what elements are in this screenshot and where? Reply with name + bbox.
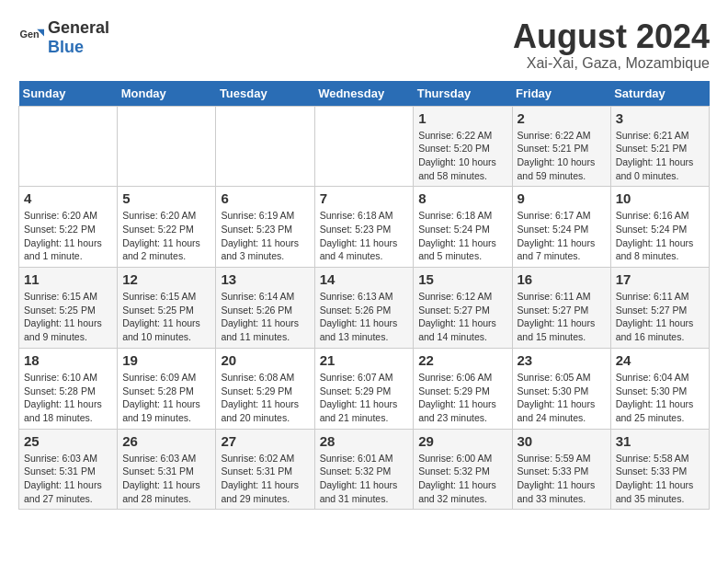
day-info: Sunrise: 6:04 AM Sunset: 5:30 PM Dayligh… [616, 371, 704, 425]
day-number: 9 [518, 190, 606, 206]
day-number: 25 [24, 433, 112, 449]
calendar-cell: 12Sunrise: 6:15 AM Sunset: 5:25 PM Dayli… [118, 268, 216, 349]
svg-text:Gen: Gen [20, 29, 40, 40]
calendar-cell: 18Sunrise: 6:10 AM Sunset: 5:28 PM Dayli… [19, 348, 118, 429]
day-info: Sunrise: 6:02 AM Sunset: 5:31 PM Dayligh… [221, 452, 309, 506]
calendar-cell: 14Sunrise: 6:13 AM Sunset: 5:26 PM Dayli… [314, 268, 414, 349]
day-info: Sunrise: 6:08 AM Sunset: 5:29 PM Dayligh… [221, 371, 309, 425]
page-header: Gen General Blue August 2024 Xai-Xai, Ga… [18, 18, 710, 72]
calendar-cell: 30Sunrise: 5:59 AM Sunset: 5:33 PM Dayli… [512, 429, 610, 510]
day-info: Sunrise: 6:20 AM Sunset: 5:22 PM Dayligh… [122, 209, 210, 263]
day-number: 26 [122, 433, 210, 449]
day-number: 1 [418, 110, 506, 126]
logo: Gen General Blue [18, 18, 109, 57]
calendar-cell: 5Sunrise: 6:20 AM Sunset: 5:22 PM Daylig… [118, 187, 216, 268]
weekday-header-sunday: Sunday [19, 81, 118, 107]
calendar-cell: 4Sunrise: 6:20 AM Sunset: 5:22 PM Daylig… [19, 187, 118, 268]
day-number: 27 [221, 433, 309, 449]
weekday-header-wednesday: Wednesday [314, 81, 414, 107]
calendar-cell: 27Sunrise: 6:02 AM Sunset: 5:31 PM Dayli… [216, 429, 314, 510]
calendar-table: SundayMondayTuesdayWednesdayThursdayFrid… [18, 81, 710, 511]
title-block: August 2024 Xai-Xai, Gaza, Mozambique [513, 18, 710, 72]
calendar-cell: 21Sunrise: 6:07 AM Sunset: 5:29 PM Dayli… [314, 348, 414, 429]
calendar-cell: 3Sunrise: 6:21 AM Sunset: 5:21 PM Daylig… [610, 106, 709, 187]
day-number: 17 [616, 271, 704, 287]
day-number: 15 [418, 271, 506, 287]
day-number: 30 [518, 433, 606, 449]
weekday-header-friday: Friday [512, 81, 610, 107]
day-info: Sunrise: 6:18 AM Sunset: 5:23 PM Dayligh… [320, 209, 409, 263]
day-number: 19 [122, 352, 210, 368]
day-number: 11 [24, 271, 112, 287]
day-info: Sunrise: 6:11 AM Sunset: 5:27 PM Dayligh… [616, 290, 704, 344]
day-info: Sunrise: 6:12 AM Sunset: 5:27 PM Dayligh… [418, 290, 506, 344]
day-number: 5 [122, 190, 210, 206]
calendar-cell: 29Sunrise: 6:00 AM Sunset: 5:32 PM Dayli… [414, 429, 512, 510]
day-info: Sunrise: 6:10 AM Sunset: 5:28 PM Dayligh… [24, 371, 112, 425]
calendar-cell: 7Sunrise: 6:18 AM Sunset: 5:23 PM Daylig… [314, 187, 414, 268]
calendar-week-row: 25Sunrise: 6:03 AM Sunset: 5:31 PM Dayli… [19, 429, 710, 510]
calendar-week-row: 11Sunrise: 6:15 AM Sunset: 5:25 PM Dayli… [19, 268, 710, 349]
day-info: Sunrise: 6:03 AM Sunset: 5:31 PM Dayligh… [122, 452, 210, 506]
calendar-cell: 11Sunrise: 6:15 AM Sunset: 5:25 PM Dayli… [19, 268, 118, 349]
calendar-cell: 19Sunrise: 6:09 AM Sunset: 5:28 PM Dayli… [118, 348, 216, 429]
weekday-header-monday: Monday [118, 81, 216, 107]
calendar-cell: 28Sunrise: 6:01 AM Sunset: 5:32 PM Dayli… [314, 429, 414, 510]
day-number: 10 [616, 190, 704, 206]
calendar-week-row: 18Sunrise: 6:10 AM Sunset: 5:28 PM Dayli… [19, 348, 710, 429]
day-number: 8 [418, 190, 506, 206]
calendar-cell: 24Sunrise: 6:04 AM Sunset: 5:30 PM Dayli… [610, 348, 709, 429]
day-info: Sunrise: 6:11 AM Sunset: 5:27 PM Dayligh… [518, 290, 606, 344]
day-info: Sunrise: 6:00 AM Sunset: 5:32 PM Dayligh… [418, 452, 506, 506]
calendar-cell: 23Sunrise: 6:05 AM Sunset: 5:30 PM Dayli… [512, 348, 610, 429]
day-number: 18 [24, 352, 112, 368]
day-info: Sunrise: 6:03 AM Sunset: 5:31 PM Dayligh… [24, 452, 112, 506]
day-number: 22 [418, 352, 506, 368]
day-number: 21 [320, 352, 409, 368]
day-number: 31 [616, 433, 704, 449]
day-number: 6 [221, 190, 309, 206]
day-info: Sunrise: 6:22 AM Sunset: 5:20 PM Dayligh… [418, 129, 506, 183]
day-info: Sunrise: 6:18 AM Sunset: 5:24 PM Dayligh… [418, 209, 506, 263]
day-number: 2 [518, 110, 606, 126]
day-number: 16 [518, 271, 606, 287]
calendar-cell: 31Sunrise: 5:58 AM Sunset: 5:33 PM Dayli… [610, 429, 709, 510]
day-number: 14 [320, 271, 409, 287]
day-number: 24 [616, 352, 704, 368]
calendar-cell: 6Sunrise: 6:19 AM Sunset: 5:23 PM Daylig… [216, 187, 314, 268]
day-info: Sunrise: 6:17 AM Sunset: 5:24 PM Dayligh… [518, 209, 606, 263]
calendar-cell: 16Sunrise: 6:11 AM Sunset: 5:27 PM Dayli… [512, 268, 610, 349]
calendar-cell: 25Sunrise: 6:03 AM Sunset: 5:31 PM Dayli… [19, 429, 118, 510]
logo-icon: Gen [18, 25, 44, 51]
day-info: Sunrise: 6:09 AM Sunset: 5:28 PM Dayligh… [122, 371, 210, 425]
weekday-header-tuesday: Tuesday [216, 81, 314, 107]
day-info: Sunrise: 6:05 AM Sunset: 5:30 PM Dayligh… [518, 371, 606, 425]
day-number: 3 [616, 110, 704, 126]
day-info: Sunrise: 6:15 AM Sunset: 5:25 PM Dayligh… [24, 290, 112, 344]
day-number: 7 [320, 190, 409, 206]
day-info: Sunrise: 6:20 AM Sunset: 5:22 PM Dayligh… [24, 209, 112, 263]
calendar-cell: 15Sunrise: 6:12 AM Sunset: 5:27 PM Dayli… [414, 268, 512, 349]
day-number: 13 [221, 271, 309, 287]
main-title: August 2024 [513, 18, 710, 55]
day-number: 23 [518, 352, 606, 368]
day-info: Sunrise: 6:13 AM Sunset: 5:26 PM Dayligh… [320, 290, 409, 344]
calendar-cell: 1Sunrise: 6:22 AM Sunset: 5:20 PM Daylig… [414, 106, 512, 187]
calendar-cell [314, 106, 414, 187]
calendar-cell: 20Sunrise: 6:08 AM Sunset: 5:29 PM Dayli… [216, 348, 314, 429]
subtitle: Xai-Xai, Gaza, Mozambique [513, 55, 710, 72]
calendar-cell: 9Sunrise: 6:17 AM Sunset: 5:24 PM Daylig… [512, 187, 610, 268]
calendar-cell: 10Sunrise: 6:16 AM Sunset: 5:24 PM Dayli… [610, 187, 709, 268]
day-info: Sunrise: 6:14 AM Sunset: 5:26 PM Dayligh… [221, 290, 309, 344]
calendar-cell: 2Sunrise: 6:22 AM Sunset: 5:21 PM Daylig… [512, 106, 610, 187]
day-info: Sunrise: 6:06 AM Sunset: 5:29 PM Dayligh… [418, 371, 506, 425]
calendar-week-row: 4Sunrise: 6:20 AM Sunset: 5:22 PM Daylig… [19, 187, 710, 268]
calendar-cell: 17Sunrise: 6:11 AM Sunset: 5:27 PM Dayli… [610, 268, 709, 349]
calendar-cell [118, 106, 216, 187]
day-number: 12 [122, 271, 210, 287]
weekday-header-saturday: Saturday [610, 81, 709, 107]
day-number: 29 [418, 433, 506, 449]
day-info: Sunrise: 6:16 AM Sunset: 5:24 PM Dayligh… [616, 209, 704, 263]
day-info: Sunrise: 6:07 AM Sunset: 5:29 PM Dayligh… [320, 371, 409, 425]
day-info: Sunrise: 6:22 AM Sunset: 5:21 PM Dayligh… [518, 129, 606, 183]
